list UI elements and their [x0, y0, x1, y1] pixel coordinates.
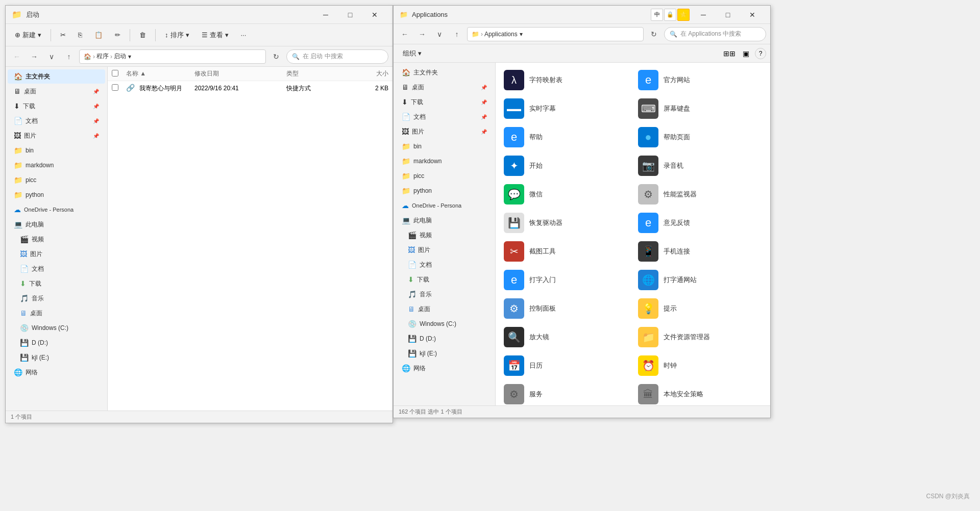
forward-button[interactable]: → — [27, 49, 41, 64]
app-item[interactable]: λ 字符映射表 — [500, 67, 632, 93]
right-sidebar-document[interactable]: 📄 文档 — [396, 258, 493, 272]
right-sidebar-photo[interactable]: 🖼 图片 — [396, 243, 493, 257]
app-item[interactable]: e 意见反馈 — [634, 210, 766, 236]
sidebar-item-picc[interactable]: 📁 picc — [8, 173, 105, 187]
app-item[interactable]: 📷 录音机 — [634, 152, 766, 179]
new-button[interactable]: ⊕ 新建 ▾ — [10, 27, 46, 43]
more-button[interactable]: ··· — [236, 27, 252, 43]
sidebar-item-desktop[interactable]: 🖥 桌面 📌 — [8, 84, 105, 98]
select-all-checkbox[interactable] — [112, 70, 118, 76]
right-minimize-button[interactable]: ─ — [692, 6, 715, 24]
app-item[interactable]: e 帮助 — [500, 124, 632, 150]
right-sidebar-winc[interactable]: 💿 Windows (C:) — [396, 317, 493, 331]
sidebar-item-network[interactable]: 🌐 网络 — [8, 365, 105, 379]
sidebar-item-music[interactable]: 🎵 音乐 — [8, 291, 105, 305]
app-item[interactable]: ✦ 开始 — [500, 152, 632, 179]
right-sidebar-docs[interactable]: 📄 文档 📌 — [396, 110, 493, 124]
app-item[interactable]: e 打字入门 — [500, 267, 632, 293]
sidebar-item-downloads[interactable]: ⬇ 下载 📌 — [8, 99, 105, 113]
sidebar-item-dd[interactable]: 💾 D (D:) — [8, 336, 105, 350]
right-sidebar-onedrive[interactable]: ☁ OneDrive - Persona — [396, 198, 493, 213]
right-refresh-button[interactable]: ↻ — [647, 27, 661, 41]
right-sidebar-python[interactable]: 📁 python — [396, 184, 493, 198]
copy-button[interactable]: ⎘ — [73, 27, 87, 43]
right-sidebar-video[interactable]: 🎬 视频 — [396, 228, 493, 242]
sidebar-item-photo[interactable]: 🖼 图片 — [8, 247, 105, 261]
pane-button[interactable]: ▣ — [739, 46, 753, 61]
right-sidebar-pics[interactable]: 🖼 图片 📌 — [396, 124, 493, 139]
cut-button[interactable]: ✂ — [55, 27, 71, 43]
app-item[interactable]: ⚙ 服务 — [500, 381, 632, 405]
left-close-button[interactable]: ✕ — [363, 6, 386, 24]
app-item[interactable]: ⏰ 时钟 — [634, 352, 766, 379]
right-search-box[interactable]: 🔍 在 Applications 中搜索 — [664, 27, 766, 41]
right-sidebar-markdown[interactable]: 📁 markdown — [396, 154, 493, 168]
right-maximize-button[interactable]: □ — [716, 6, 740, 24]
right-sidebar-music[interactable]: 🎵 音乐 — [396, 287, 493, 301]
right-sidebar-home[interactable]: 🏠 主文件夹 — [396, 65, 493, 80]
sidebar-item-computer[interactable]: 💻 此电脑 — [8, 217, 105, 232]
left-search-box[interactable]: 🔍 在 启动 中搜索 — [286, 49, 388, 64]
sidebar-item-document[interactable]: 📄 文档 — [8, 262, 105, 276]
app-item[interactable]: e 官方网站 — [634, 67, 766, 93]
down-button[interactable]: ∨ — [44, 49, 59, 64]
app-item[interactable]: 📅 日历 — [500, 352, 632, 379]
right-up-button[interactable]: ↑ — [450, 27, 464, 41]
app-item[interactable]: 📱 手机连接 — [634, 238, 766, 265]
right-sidebar-kjl[interactable]: 💾 kjl (E:) — [396, 346, 493, 361]
left-maximize-button[interactable]: □ — [338, 6, 362, 24]
delete-button[interactable]: 🗑 — [134, 27, 151, 43]
app-item[interactable]: 🏛 本地安全策略 — [634, 381, 766, 405]
right-close-button[interactable]: ✕ — [741, 6, 764, 24]
app-item[interactable]: 💡 提示 — [634, 295, 766, 322]
back-button[interactable]: ← — [10, 49, 24, 64]
sidebar-item-dl[interactable]: ⬇ 下载 — [8, 276, 105, 291]
sidebar-item-python[interactable]: 📁 python — [8, 188, 105, 202]
app-item[interactable]: ⚙ 控制面板 — [500, 295, 632, 322]
right-down-button[interactable]: ∨ — [432, 27, 447, 41]
view-button[interactable]: ☰ 查看 ▾ — [197, 27, 234, 43]
file-checkbox[interactable] — [112, 84, 118, 91]
sidebar-item-markdown[interactable]: 📁 markdown — [8, 158, 105, 172]
org-button[interactable]: 组织 ▾ — [398, 46, 427, 61]
right-sidebar-bin[interactable]: 📁 bin — [396, 139, 493, 154]
right-forward-button[interactable]: → — [415, 27, 429, 41]
sidebar-item-onedrive[interactable]: ☁ OneDrive - Persona — [8, 202, 105, 217]
right-back-button[interactable]: ← — [398, 27, 412, 41]
sidebar-item-winc[interactable]: 💿 Windows (C:) — [8, 321, 105, 335]
sidebar-item-home[interactable]: 🏠 主文件夹 — [8, 69, 105, 84]
sidebar-item-dt[interactable]: 🖥 桌面 — [8, 306, 105, 320]
refresh-button[interactable]: ↻ — [269, 49, 283, 64]
sidebar-item-video[interactable]: 🎬 视频 — [8, 232, 105, 246]
right-sidebar-network[interactable]: 🌐 网络 — [396, 361, 493, 375]
app-item[interactable]: 🌐 打字通网站 — [634, 267, 766, 293]
right-sidebar-picc[interactable]: 📁 picc — [396, 169, 493, 183]
right-sidebar-desktop[interactable]: 🖥 桌面 📌 — [396, 80, 493, 94]
sidebar-item-kjl[interactable]: 💾 kjl (E:) — [8, 350, 105, 365]
help-button[interactable]: ? — [755, 48, 766, 59]
app-item[interactable]: ▬▬ 实时字幕 — [500, 95, 632, 122]
left-minimize-button[interactable]: ─ — [314, 6, 337, 24]
size-col-header[interactable]: 大小 — [348, 69, 388, 78]
right-sidebar-computer[interactable]: 💻 此电脑 — [396, 213, 493, 227]
type-col-header[interactable]: 类型 — [286, 69, 348, 78]
right-sidebar-dd[interactable]: 💾 D (D:) — [396, 331, 493, 346]
lock-btn[interactable]: 🔒 — [664, 9, 676, 21]
app-item[interactable]: ● 帮助页面 — [634, 124, 766, 150]
paste-button[interactable]: 📋 — [89, 27, 108, 43]
chinese-btn[interactable]: 中 — [651, 9, 663, 21]
app-item[interactable]: ⚙ 性能监视器 — [634, 181, 766, 208]
date-col-header[interactable]: 修改日期 — [194, 69, 286, 78]
app-item[interactable]: ✂ 截图工具 — [500, 238, 632, 265]
sidebar-item-docs[interactable]: 📄 文档 📌 — [8, 114, 105, 128]
sort-button[interactable]: ↕ 排序 ▾ — [160, 27, 194, 43]
sidebar-item-pics[interactable]: 🖼 图片 📌 — [8, 129, 105, 143]
breadcrumb-dropdown[interactable]: ▾ — [128, 53, 131, 60]
up-button[interactable]: ↑ — [62, 49, 76, 64]
right-sidebar-downloads[interactable]: ⬇ 下载 📌 — [396, 95, 493, 109]
app-item[interactable]: 🔍 放大镜 — [500, 324, 632, 350]
rename-button[interactable]: ✏ — [110, 27, 126, 43]
right-address-box[interactable]: 📁 › Applications ▾ — [467, 27, 644, 41]
app-item[interactable]: 💬 微信 — [500, 181, 632, 208]
sidebar-item-bin[interactable]: 📁 bin — [8, 143, 105, 158]
